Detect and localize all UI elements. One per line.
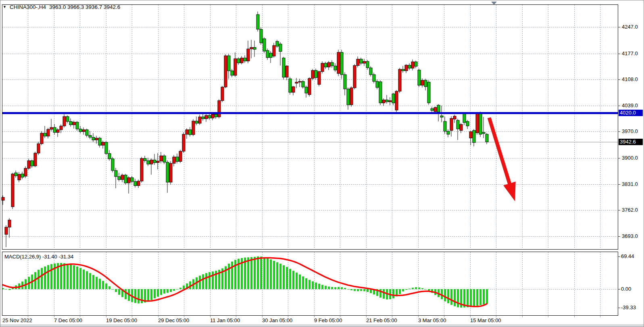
macd-bar [302,277,304,290]
macd-bar [405,289,407,290]
macd-bar [312,281,314,289]
candle-body [89,135,92,137]
candle-body [282,58,285,77]
candle-body [198,117,201,123]
candle-body [311,71,314,79]
candle-body [163,156,166,162]
time-tick-label: 29 Dec 05:00 [158,317,189,323]
candle-body [92,137,95,140]
macd-bar [202,274,204,289]
candle-body [369,68,372,75]
macd-bar [67,264,69,289]
macd-bar [408,289,411,289]
candle-body [260,29,263,43]
macd-bar [247,257,249,289]
macd-bar [454,289,456,306]
chart-plot-area[interactable] [2,4,618,249]
candle-body [95,138,98,140]
candle-body [476,114,479,133]
candle-body [418,70,421,85]
candle-body [421,80,424,85]
candle-body [389,101,392,102]
candle-body [118,177,121,180]
candle-body [286,66,288,77]
horizontal-line-object[interactable] [2,112,618,114]
candle-body [182,134,185,151]
candle-body [108,154,111,159]
candle-body [295,82,298,83]
macd-bar [328,287,330,289]
macd-bar [286,267,288,289]
macd-bar [118,289,120,295]
macd-bar [199,276,201,289]
macd-bar [183,285,185,289]
chart-canvas [0,0,644,327]
candle-body [76,122,79,129]
candle-body [250,48,253,49]
candle-body [192,121,195,135]
macd-bar [299,275,301,289]
mt4-chart-window: ▼ CHINA300-,H4 3963.0 3966.3 3936.7 3942… [0,0,644,327]
candle-body [218,101,221,117]
macd-bar [205,273,207,289]
candle-body [102,142,104,146]
candle-body [56,130,59,133]
candle-body [134,181,137,185]
candle-body [318,72,321,85]
candle-body [273,46,275,56]
price-tick-label: 3831.0 [622,181,638,187]
macd-bar [476,289,478,306]
macd-bar [176,289,178,290]
candle-body [24,168,27,176]
candle-body [215,114,217,117]
macd-bar [96,277,98,289]
candle-body [73,122,75,125]
candle-body [344,75,346,89]
price-tick-label: 3762.0 [622,207,638,213]
candle-body [82,130,85,132]
symbol-dropdown-icon[interactable]: ▼ [3,4,6,10]
candle-body [98,138,101,145]
macd-bar [344,288,346,289]
macd-bar [105,283,107,289]
macd-bar [334,287,336,289]
macd-tick-label: 69.44 [621,253,634,259]
candle-body [176,157,179,161]
candle-body [411,62,414,68]
macd-bar [38,270,40,289]
macd-bar [254,257,256,289]
price-tick-label: 4177.0 [622,50,638,56]
price-tick-label: 4247.0 [622,24,638,30]
candle-body [347,89,350,105]
macd-tick-label: 0.00 [621,286,631,292]
ohlc-readout: 3963.0 3966.3 3936.7 3942.6 [49,4,120,10]
macd-bar [308,280,311,289]
candle-body [256,15,259,29]
candle-body [173,157,175,163]
candle-body [298,81,301,82]
macd-bar [2,288,4,289]
candle-body [482,132,485,133]
macd-bar [421,288,423,289]
candle-body [50,127,53,129]
candle-body [140,158,143,181]
candle-body [37,144,40,153]
macd-bar [263,257,265,289]
candle-body [353,66,356,88]
candle-body [53,127,56,132]
candle-body [31,161,33,166]
candle-body [279,44,282,52]
candle-body [424,80,427,87]
candle-body [327,62,330,67]
hline-price-tag: 4020.0 [619,110,643,116]
candle-body [337,52,340,73]
macd-bar [296,273,298,289]
candle-body [15,173,17,176]
candle-body [266,50,269,58]
candle-body [463,114,466,123]
candle-body [453,116,456,119]
macd-bar [86,271,88,289]
macd-bar [173,289,175,291]
candle-body [144,158,146,161]
candle-body [334,66,337,70]
